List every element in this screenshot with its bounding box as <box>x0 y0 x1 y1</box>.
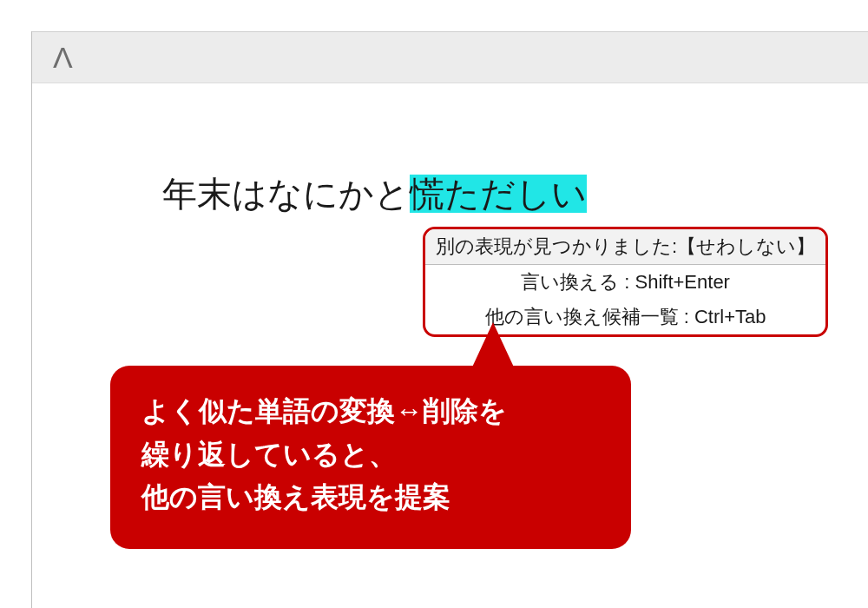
callout-line-1: よく似た単語の変換↔削除を <box>141 390 600 433</box>
editor-prefix-text: 年末はなにかと <box>162 175 410 213</box>
explanation-callout: よく似た単語の変換↔削除を 繰り返していると、 他の言い換え表現を提案 <box>110 366 631 549</box>
tooltip-replace-shortcut: 言い換える : Shift+Enter <box>425 265 825 300</box>
editor-text-line[interactable]: 年末はなにかと慌ただしい <box>162 170 587 218</box>
callout-line-3: 他の言い換え表現を提案 <box>141 476 600 519</box>
tooltip-found-expression: 別の表現が見つかりました:【せわしない】 <box>425 229 825 265</box>
app-logo-icon: Λ <box>53 41 73 75</box>
toolbar: Λ <box>32 31 868 83</box>
document-area[interactable]: 年末はなにかと慌ただしい 別の表現が見つかりました:【せわしない】 言い換える … <box>32 83 868 608</box>
suggestion-tooltip: 別の表現が見つかりました:【せわしない】 言い換える : Shift+Enter… <box>423 227 828 337</box>
callout-tail-icon <box>470 322 516 371</box>
callout-line-2: 繰り返していると、 <box>141 433 600 477</box>
app-window: Λ 年末はなにかと慌ただしい 別の表現が見つかりました:【せわしない】 言い換え… <box>31 31 868 608</box>
editor-highlighted-word[interactable]: 慌ただしい <box>410 175 587 213</box>
